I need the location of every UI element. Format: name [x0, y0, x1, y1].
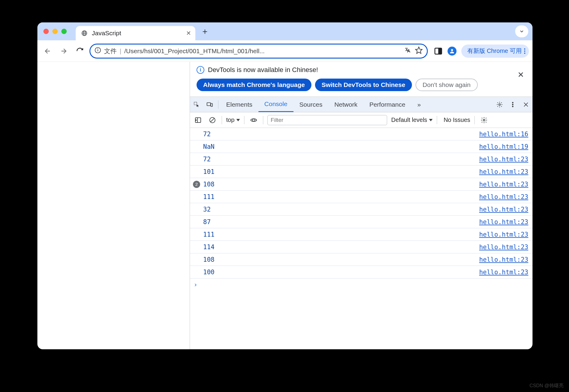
bookmark-icon[interactable]	[415, 46, 423, 56]
source-link[interactable]: hello.html:23	[479, 244, 528, 251]
globe-icon	[81, 30, 88, 36]
console-row: 100hello.html:23	[190, 266, 533, 278]
console-output: 72hello.html:16NaNhello.html:1972hello.h…	[190, 128, 533, 349]
console-row: NaNhello.html:19	[190, 140, 533, 153]
devtools-tab-bar: ElementsConsoleSourcesNetworkPerformance…	[190, 97, 533, 112]
filter-input[interactable]	[267, 115, 387, 125]
devtools-tab-performance[interactable]: Performance	[363, 97, 411, 112]
source-link[interactable]: hello.html:23	[479, 256, 528, 263]
update-chip-label: 有新版 Chrome 可用	[467, 47, 522, 55]
content-area: i DevTools is now available in Chinese! …	[37, 62, 533, 349]
console-row: 72hello.html:16	[190, 128, 533, 140]
console-value: 72	[203, 156, 211, 163]
svg-rect-7	[438, 48, 442, 54]
console-sidebar-icon[interactable]	[193, 115, 203, 125]
source-link[interactable]: hello.html:23	[479, 218, 528, 226]
console-row: 114hello.html:23	[190, 241, 533, 253]
new-tab-button[interactable]: ＋	[200, 26, 210, 37]
source-link[interactable]: hello.html:23	[479, 156, 528, 163]
more-tabs-button[interactable]: »	[411, 97, 427, 112]
browser-tab[interactable]: JavaScript ✕	[76, 26, 195, 40]
devtools-close-icon[interactable]	[519, 98, 533, 111]
chevron-down-icon	[236, 119, 240, 121]
svg-rect-11	[211, 103, 213, 106]
dont-show-button[interactable]: Don't show again	[416, 79, 478, 91]
chevron-down-icon	[429, 119, 433, 121]
svg-point-8	[451, 49, 453, 51]
console-value: 108	[203, 181, 214, 188]
console-settings-icon[interactable]	[479, 115, 489, 125]
address-bar[interactable]: 文件 | /Users/hsl/001_Project/001_HTML/htm…	[89, 44, 428, 59]
console-row: 2108hello.html:23	[190, 178, 533, 191]
url-path: /Users/hsl/001_Project/001_HTML/html_001…	[124, 48, 401, 55]
console-filter-bar: top Default levels No Issues	[190, 112, 533, 128]
source-link[interactable]: hello.html:23	[479, 181, 528, 188]
forward-button[interactable]	[57, 45, 70, 58]
tab-overflow-button[interactable]	[515, 25, 528, 37]
console-row: 111hello.html:23	[190, 228, 533, 241]
devtools-tab-elements[interactable]: Elements	[220, 97, 258, 112]
source-link[interactable]: hello.html:19	[479, 143, 528, 150]
console-row: 101hello.html:23	[190, 166, 533, 178]
console-value: 114	[203, 244, 214, 251]
console-value: 111	[203, 193, 214, 200]
console-row: 108hello.html:23	[190, 253, 533, 266]
inspect-icon[interactable]	[190, 98, 203, 111]
file-scheme-label: 文件	[104, 47, 117, 55]
console-value: 101	[203, 168, 214, 175]
side-panel-icon[interactable]	[434, 47, 443, 56]
svg-point-4	[98, 49, 98, 49]
svg-point-13	[512, 102, 513, 103]
close-banner-icon[interactable]: ✕	[518, 70, 524, 79]
source-link[interactable]: hello.html:23	[479, 231, 528, 238]
update-chip[interactable]: 有新版 Chrome 可用	[461, 45, 529, 58]
live-expression-icon[interactable]	[249, 115, 259, 125]
source-link[interactable]: hello.html:16	[479, 131, 528, 138]
minimize-window-icon[interactable]	[52, 29, 58, 34]
filter-input-wrap	[267, 115, 387, 125]
svg-rect-10	[207, 102, 211, 105]
fullscreen-window-icon[interactable]	[61, 29, 67, 34]
banner-message: DevTools is now available in Chinese!	[208, 66, 318, 74]
clear-console-icon[interactable]	[207, 115, 217, 125]
svg-marker-5	[416, 47, 422, 53]
page-viewport	[37, 62, 190, 349]
console-value: 32	[203, 206, 211, 213]
reload-button[interactable]	[73, 45, 86, 58]
back-button[interactable]	[41, 45, 54, 58]
source-link[interactable]: hello.html:23	[479, 206, 528, 213]
devtools-tab-network[interactable]: Network	[328, 97, 363, 112]
always-match-button[interactable]: Always match Chrome's language	[197, 79, 311, 91]
devtools-kebab-icon[interactable]	[506, 98, 519, 111]
context-selector[interactable]: top	[226, 117, 240, 123]
source-link[interactable]: hello.html:23	[479, 269, 528, 276]
info-icon: i	[197, 66, 204, 74]
translate-icon[interactable]	[404, 46, 412, 56]
devtools-panel: i DevTools is now available in Chinese! …	[190, 62, 533, 349]
devtools-tab-console[interactable]: Console	[258, 97, 293, 112]
toolbar: 文件 | /Users/hsl/001_Project/001_HTML/htm…	[37, 40, 533, 62]
watermark: CSDN @韩曙亮	[530, 383, 564, 389]
profile-avatar[interactable]	[448, 47, 457, 56]
source-link[interactable]: hello.html:23	[479, 168, 528, 175]
issues-label[interactable]: No Issues	[444, 117, 470, 123]
devtools-tab-sources[interactable]: Sources	[293, 97, 328, 112]
toolbar-right: 有新版 Chrome 可用	[434, 45, 529, 58]
close-tab-icon[interactable]: ✕	[186, 30, 191, 37]
svg-rect-9	[194, 102, 197, 105]
close-window-icon[interactable]	[43, 29, 49, 34]
site-info-icon[interactable]	[95, 47, 101, 55]
svg-point-12	[499, 104, 500, 105]
devtools-tabs: ElementsConsoleSourcesNetworkPerformance	[220, 97, 411, 112]
switch-language-button[interactable]: Switch DevTools to Chinese	[315, 79, 412, 91]
context-label: top	[226, 117, 235, 123]
console-prompt[interactable]: ›	[190, 278, 533, 290]
log-levels-selector[interactable]: Default levels	[391, 117, 433, 123]
console-row: 87hello.html:23	[190, 216, 533, 228]
source-link[interactable]: hello.html:23	[479, 193, 528, 200]
device-toolbar-icon[interactable]	[203, 98, 216, 111]
devtools-settings-icon[interactable]	[493, 98, 506, 111]
console-value: NaN	[203, 143, 214, 150]
window-controls	[43, 29, 67, 34]
browser-window: JavaScript ✕ ＋ 文件 | /Users/hsl/001_Proje…	[37, 22, 533, 349]
